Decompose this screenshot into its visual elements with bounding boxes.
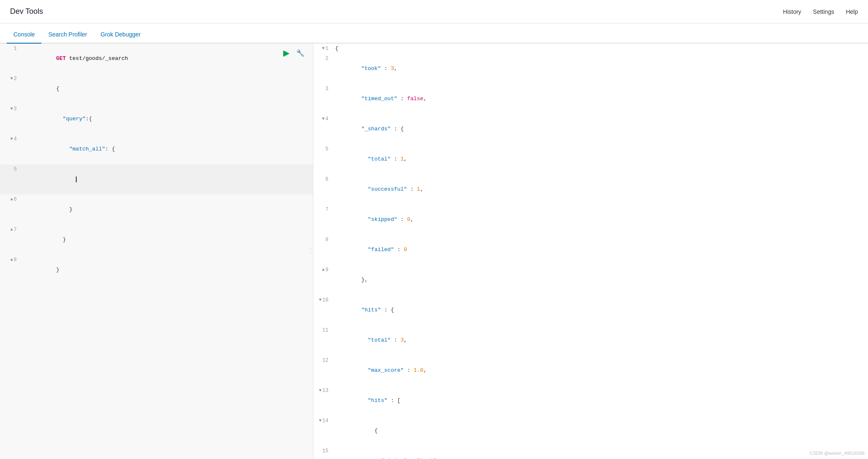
line-number-7: ▲ 7 bbox=[0, 225, 20, 235]
result-line-1: ▼ 1 { bbox=[313, 44, 868, 54]
line-number-6: ▲ 6 bbox=[0, 194, 20, 205]
watermark: CSDN @weixin_40618306 bbox=[810, 451, 865, 456]
editor-line-2: ▼ 2 { bbox=[0, 74, 313, 104]
editor-line-4: ▼ 4 "match_all": { bbox=[0, 134, 313, 164]
result-line-2: 2 "took" : 3, bbox=[313, 54, 868, 84]
wrench-button[interactable]: 🔧 bbox=[294, 47, 306, 59]
editor-pane: ▶ 🔧 1 GET test/goods/_search ▼ 2 { bbox=[0, 44, 313, 459]
result-line-14: ▼ 14 { bbox=[313, 416, 868, 446]
result-line-8: 8 "failed" : 0 bbox=[313, 235, 868, 265]
help-button[interactable]: Help bbox=[846, 8, 858, 15]
tab-grok-debugger[interactable]: Grok Debugger bbox=[94, 26, 147, 44]
line-content-1: GET test/goods/_search bbox=[20, 44, 313, 74]
line-number-4: ▼ 4 bbox=[0, 134, 20, 144]
editor-line-5: 5 bbox=[0, 164, 313, 194]
line-number-8: ▲ 8 bbox=[0, 255, 20, 265]
editor-line-3: ▼ 3 "query":{ bbox=[0, 104, 313, 134]
main-content: ▶ 🔧 1 GET test/goods/_search ▼ 2 { bbox=[0, 44, 868, 459]
editor-line-6: ▲ 6 } bbox=[0, 194, 313, 225]
tab-search-profiler[interactable]: Search Profiler bbox=[41, 26, 94, 44]
line-number-3: ▼ 3 bbox=[0, 104, 20, 114]
result-line-9: ▲ 9 }, bbox=[313, 265, 868, 295]
line-content-8: } bbox=[20, 255, 313, 285]
line-content-2: { bbox=[20, 74, 313, 104]
editor-line-7: ▲ 7 } bbox=[0, 225, 313, 255]
result-line-4: ▼ 4 "_shards" : { bbox=[313, 114, 868, 144]
line-content-5[interactable] bbox=[20, 164, 313, 194]
line-content-7: } bbox=[20, 225, 313, 255]
line-number-5: 5 bbox=[0, 164, 20, 174]
line-number-1: 1 bbox=[0, 44, 20, 54]
result-pane: ▼ 1 { 2 "took" : 3, 3 "timed_out" : fals… bbox=[313, 44, 868, 459]
app-title: Dev Tools bbox=[10, 7, 43, 16]
pane-divider[interactable]: ··· bbox=[310, 44, 313, 459]
result-line-13: ▼ 13 "hits" : [ bbox=[313, 386, 868, 416]
result-line-6: 6 "successful" : 1, bbox=[313, 174, 868, 205]
result-line-12: 12 "max_score" : 1.0, bbox=[313, 355, 868, 386]
editor-line-8: ▲ 8 } bbox=[0, 255, 313, 285]
result-line-15: 15 "_index" : "test", bbox=[313, 446, 868, 459]
editor-line-1: 1 GET test/goods/_search bbox=[0, 44, 313, 74]
result-line-10: ▼ 10 "hits" : { bbox=[313, 295, 868, 325]
tab-console[interactable]: Console bbox=[7, 26, 41, 44]
settings-button[interactable]: Settings bbox=[813, 8, 834, 15]
result-line-5: 5 "total" : 1, bbox=[313, 144, 868, 174]
editor-toolbar: ▶ 🔧 bbox=[282, 47, 306, 59]
line-content-4: "match_all": { bbox=[20, 134, 313, 164]
code-editor[interactable]: ▶ 🔧 1 GET test/goods/_search ▼ 2 { bbox=[0, 44, 313, 459]
result-line-3: 3 "timed_out" : false, bbox=[313, 84, 868, 114]
line-content-3: "query":{ bbox=[20, 104, 313, 134]
tab-bar: Console Search Profiler Grok Debugger bbox=[0, 23, 868, 44]
history-button[interactable]: History bbox=[783, 8, 801, 15]
app-header: Dev Tools History Settings Help bbox=[0, 0, 868, 23]
result-line-11: 11 "total" : 3, bbox=[313, 325, 868, 355]
line-content-6: } bbox=[20, 194, 313, 225]
line-number-2: ▼ 2 bbox=[0, 74, 20, 84]
header-actions: History Settings Help bbox=[783, 8, 858, 15]
result-line-7: 7 "skipped" : 0, bbox=[313, 205, 868, 235]
run-button[interactable]: ▶ bbox=[282, 47, 291, 59]
text-cursor bbox=[76, 176, 77, 182]
